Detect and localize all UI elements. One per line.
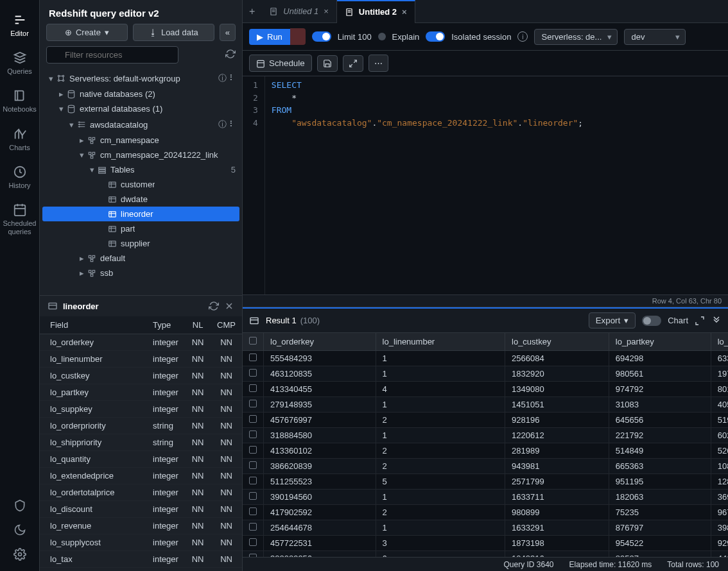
schema-row[interactable]: lo_linenumberintegerNNNN xyxy=(40,351,242,368)
tree-item[interactable]: part xyxy=(42,221,239,236)
tree-item[interactable]: dwdate xyxy=(42,192,239,207)
schema-row[interactable]: lo_extendedpriceintegerNNNN xyxy=(40,468,242,484)
load-data-button[interactable]: ⭳Load data xyxy=(133,24,214,41)
grid-row[interactable]: 46312083511832920980561197886 xyxy=(243,366,728,382)
tree-item[interactable]: ▸ssb xyxy=(42,266,239,280)
row-checkbox[interactable] xyxy=(249,354,257,361)
tree-item[interactable]: ▾external databases (1) xyxy=(42,101,239,116)
grid-row[interactable]: 39019456011633711182063369025 xyxy=(243,490,728,505)
collapse-results-icon[interactable] xyxy=(711,316,722,326)
schedule-button[interactable]: Schedule xyxy=(249,55,312,72)
row-checkbox[interactable] xyxy=(249,507,257,515)
isolated-toggle[interactable] xyxy=(426,31,445,42)
grid-header[interactable]: lo_partkey xyxy=(609,333,711,351)
tree-item[interactable]: ▸native databases (2) xyxy=(42,87,239,101)
grid-row[interactable]: 41334045541349080974792801662 xyxy=(243,382,728,397)
tree-item[interactable]: customer xyxy=(42,177,239,192)
save-button[interactable] xyxy=(317,55,338,72)
connection-select[interactable]: Serverless: de... xyxy=(534,29,618,45)
maximize-results-icon[interactable] xyxy=(695,316,705,326)
stop-button[interactable] xyxy=(290,28,306,45)
more-button[interactable]: ⋯ xyxy=(368,55,388,72)
schema-row[interactable]: lo_partkeyintegerNNNN xyxy=(40,384,242,401)
export-button[interactable]: Export ▾ xyxy=(589,312,636,328)
schema-row[interactable]: lo_orderprioritystringNNNN xyxy=(40,418,242,434)
grid-row[interactable]: 4576769972928196645656519523 xyxy=(243,413,728,428)
limit-toggle[interactable] xyxy=(312,31,331,42)
grid-row[interactable]: 3866208392943981665363108767 xyxy=(243,459,728,474)
tree-item[interactable]: supplier xyxy=(42,236,239,251)
row-checkbox[interactable] xyxy=(249,492,257,500)
rail-editor[interactable]: Editor xyxy=(0,6,40,44)
grid-row[interactable]: 3220299566104231689527446613 xyxy=(243,551,728,558)
grid-row[interactable]: 25464467811633291876797398423 xyxy=(243,520,728,536)
row-checkbox[interactable] xyxy=(249,415,257,423)
grid-header[interactable]: lo_suppkey xyxy=(711,333,728,351)
grid-row[interactable]: 4133601022281989514849526620 xyxy=(243,443,728,459)
tree-item[interactable]: ▸default xyxy=(42,251,239,266)
rail-scheduled-queries[interactable]: Scheduledqueries xyxy=(0,196,40,243)
grid-header[interactable]: lo_custkey xyxy=(505,333,609,351)
new-tab-button[interactable]: + xyxy=(243,1,261,22)
grid-row[interactable]: 45772253131873198954522929285 xyxy=(243,536,728,551)
schema-row[interactable]: lo_taxintegerNNNN xyxy=(40,551,242,568)
tree-item[interactable]: ▾awsdatacatalogⓘ ⠇ xyxy=(42,116,239,133)
shield-icon[interactable] xyxy=(13,499,26,512)
select-all-checkbox[interactable] xyxy=(243,333,264,351)
schema-row[interactable]: lo_discountintegerNNNN xyxy=(40,501,242,518)
fullscreen-button[interactable] xyxy=(343,55,363,72)
schema-row[interactable]: lo_shipprioritystringNNNN xyxy=(40,434,242,451)
create-button[interactable]: ⊕Create▾ xyxy=(46,24,128,41)
result-tab[interactable]: Result 1 (100) xyxy=(266,316,320,325)
chart-toggle[interactable] xyxy=(642,316,661,326)
row-checkbox[interactable] xyxy=(249,369,257,377)
schema-row[interactable]: lo_revenueintegerNNNN xyxy=(40,518,242,534)
schema-row[interactable]: lo_quantityintegerNNNN xyxy=(40,451,242,468)
rail-history[interactable]: History xyxy=(0,158,40,196)
row-checkbox[interactable] xyxy=(249,461,257,469)
grid-header[interactable]: lo_orderkey xyxy=(264,333,376,351)
schema-row[interactable]: lo_orderkeyintegerNNNN xyxy=(40,334,242,351)
tree-item[interactable]: ▾cm_namespace_20241222_link xyxy=(42,148,239,162)
database-select[interactable]: dev xyxy=(624,29,686,45)
moon-icon[interactable] xyxy=(13,524,26,536)
tree-item[interactable]: ▸cm_namespace xyxy=(42,133,239,148)
row-checkbox[interactable] xyxy=(249,430,257,438)
refresh-details-icon[interactable] xyxy=(209,301,219,311)
results-panel: Result 1 (100) Export ▾ Chart lo_orderke… xyxy=(243,307,728,571)
tree-item[interactable]: lineorder xyxy=(42,207,239,221)
close-details-icon[interactable] xyxy=(224,301,234,311)
refresh-icon[interactable] xyxy=(225,49,236,59)
grid-row[interactable]: 5554842931256608469429863308 xyxy=(243,351,728,366)
grid-header[interactable]: lo_linenumber xyxy=(376,333,505,351)
info-icon[interactable]: i xyxy=(517,31,528,42)
tab[interactable]: Untitled 2× xyxy=(337,0,415,23)
run-button[interactable]: ▶ Run xyxy=(249,29,290,45)
tab[interactable]: Untitled 1× xyxy=(261,0,337,23)
schema-row[interactable]: lo_ordertotalpriceintegerNNNN xyxy=(40,484,242,501)
grid-row[interactable]: 2791489351145105131083405973 xyxy=(243,397,728,413)
row-checkbox[interactable] xyxy=(249,538,257,546)
tree-item[interactable]: ▾Tables5 xyxy=(42,162,239,177)
schema-row[interactable]: lo_custkeyintegerNNNN xyxy=(40,368,242,384)
rail-notebooks[interactable]: Notebooks xyxy=(0,82,40,120)
tree-item[interactable]: ▾Serverless: default-workgroupⓘ ⠇ xyxy=(42,70,239,87)
collapse-panel-button[interactable]: « xyxy=(220,24,236,41)
close-tab-icon[interactable]: × xyxy=(402,7,407,17)
grid-row[interactable]: 31888458011220612221792602926 xyxy=(243,428,728,443)
filter-input[interactable] xyxy=(46,46,178,64)
schema-row[interactable]: lo_suppkeyintegerNNNN xyxy=(40,401,242,418)
rail-queries[interactable]: Queries xyxy=(0,44,40,82)
close-tab-icon[interactable]: × xyxy=(324,6,329,16)
row-checkbox[interactable] xyxy=(249,400,257,407)
schema-row[interactable]: lo_supplycostintegerNNNN xyxy=(40,534,242,551)
row-checkbox[interactable] xyxy=(249,477,257,484)
rail-charts[interactable]: Charts xyxy=(0,121,40,158)
row-checkbox[interactable] xyxy=(249,523,257,531)
sql-editor[interactable]: 1234 SELECT * FROM "awsdatacatalog"."cm_… xyxy=(243,76,728,294)
grid-row[interactable]: 417902592298089975235967581 xyxy=(243,505,728,520)
row-checkbox[interactable] xyxy=(249,384,257,392)
grid-row[interactable]: 51125552352571799951195128153 xyxy=(243,474,728,490)
row-checkbox[interactable] xyxy=(249,446,257,454)
gear-icon[interactable] xyxy=(13,548,26,561)
